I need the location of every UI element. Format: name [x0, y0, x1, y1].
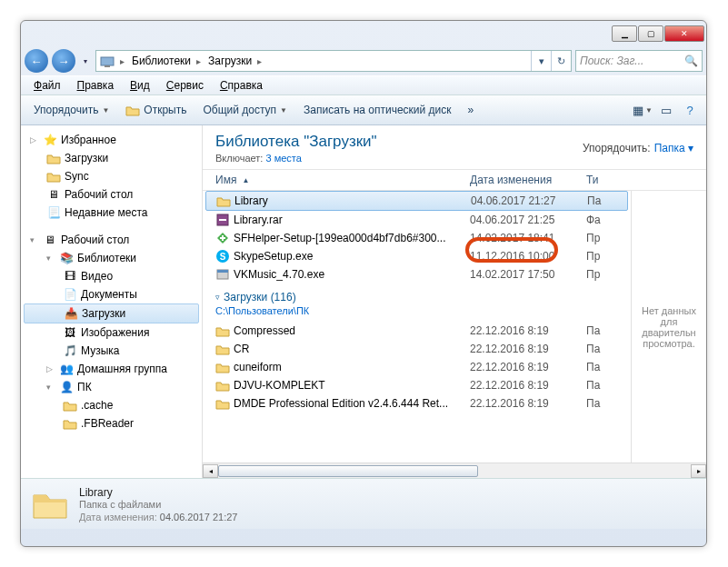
breadcrumb-libraries[interactable]: Библиотеки	[128, 55, 204, 67]
file-date: 22.12.2016 8:19	[470, 397, 586, 410]
help-button[interactable]: ?	[679, 99, 701, 121]
tree-recent[interactable]: 📃Недавние места	[21, 204, 202, 222]
file-row[interactable]: SFHelper-Setup-[199ea000d4bf7db6#300...1…	[203, 229, 631, 247]
desktop-icon: 🖥	[43, 233, 57, 247]
menu-tools[interactable]: Сервис	[159, 77, 211, 94]
desktop-icon: 🖥	[46, 187, 61, 202]
file-date: 14.02.2017 18:41	[470, 232, 586, 244]
file-list: Library04.06.2017 21:27ПаLibrary.rar04.0…	[203, 191, 631, 463]
file-type: Пр	[586, 268, 621, 281]
folder-icon	[30, 486, 70, 522]
file-type: Па	[586, 397, 621, 410]
tree-homegroup[interactable]: ▷👥Домашняя группа	[21, 360, 202, 378]
file-name: DMDE Professional Edition v2.4.6.444 Ret…	[234, 397, 448, 410]
view-mode-button[interactable]: ▦▼	[632, 99, 653, 121]
back-button[interactable]: ←	[25, 49, 48, 73]
details-modified: Дата изменения: 04.06.2017 21:27	[79, 512, 237, 522]
group-header[interactable]: ▿ Загрузки (116)	[203, 284, 631, 305]
tree-favorites[interactable]: ▷⭐Избранное	[21, 131, 202, 149]
open-button[interactable]: Открыть	[118, 100, 194, 120]
tree-videos[interactable]: 🎞Видео	[21, 267, 202, 285]
main-view: Библиотека "Загрузки" Включает: 3 места …	[203, 125, 706, 478]
recent-icon: 📃	[46, 205, 61, 220]
details-name: Library	[79, 486, 237, 499]
minimize-button[interactable]: ▁	[612, 25, 637, 42]
titlebar: ▁ ▢ ✕	[21, 21, 706, 46]
menu-help[interactable]: Справка	[213, 77, 270, 94]
file-row[interactable]: Library.rar04.06.2017 21:25Фа	[203, 211, 631, 229]
close-button[interactable]: ✕	[664, 25, 704, 42]
preview-pane-button[interactable]: ▭	[655, 99, 677, 121]
file-row[interactable]: DMDE Professional Edition v2.4.6.444 Ret…	[203, 394, 631, 413]
breadcrumb-root[interactable]	[96, 55, 128, 67]
menu-edit[interactable]: Правка	[70, 77, 122, 94]
star-icon: ⭐	[43, 133, 57, 147]
tree-downloads-lib[interactable]: 📥Загрузки	[24, 303, 199, 323]
file-type: Пр	[586, 232, 621, 244]
file-row[interactable]: SSkypeSetup.exe11.12.2016 10:00Пр	[203, 247, 631, 265]
search-input[interactable]: Поиск: Заг... 🔍	[575, 50, 703, 72]
horizontal-scrollbar[interactable]: ◂ ▸	[203, 463, 706, 478]
refresh-button[interactable]: ↻	[551, 51, 571, 71]
group-path-link[interactable]: C:\Пользователи\ПК	[215, 305, 309, 316]
menu-file[interactable]: Файл	[26, 77, 68, 94]
organize-button[interactable]: Упорядочить▼	[26, 100, 116, 120]
tree-libraries[interactable]: ▾📚Библиотеки	[21, 249, 202, 267]
tree-cache[interactable]: .cache	[21, 396, 202, 414]
col-date[interactable]: Дата изменения	[470, 174, 586, 186]
tree-pictures[interactable]: 🖼Изображения	[21, 323, 202, 342]
file-row[interactable]: Library04.06.2017 21:27Па	[205, 191, 628, 211]
column-headers: Имя▲ Дата изменения Ти	[203, 170, 706, 191]
address-dropdown[interactable]: ▾	[531, 51, 551, 71]
scroll-thumb[interactable]	[218, 465, 478, 477]
col-name[interactable]: Имя▲	[215, 174, 470, 186]
tree-pc[interactable]: ▾👤ПК	[21, 378, 202, 396]
tree-fbreader[interactable]: .FBReader	[21, 414, 202, 433]
scroll-left-button[interactable]: ◂	[203, 464, 218, 478]
file-name: Library.rar	[234, 214, 283, 226]
file-type: Па	[586, 361, 621, 373]
nav-history-dropdown[interactable]: ▾	[79, 49, 92, 73]
tree-desktop-root[interactable]: ▾🖥Рабочий стол	[21, 231, 202, 249]
file-row[interactable]: VKMusic_4.70.exe14.02.2017 17:50Пр	[203, 265, 631, 284]
breadcrumb-downloads[interactable]: Загрузки	[204, 55, 265, 67]
svg-text:S: S	[220, 252, 226, 262]
preview-pane: Нет данных для дварительн просмотра.	[631, 191, 706, 463]
download-icon: 📥	[64, 306, 78, 321]
search-icon: 🔍	[684, 55, 698, 67]
col-type[interactable]: Ти	[586, 174, 621, 186]
file-icon	[215, 231, 230, 245]
file-date: 11.12.2016 10:00	[470, 250, 586, 263]
file-icon: S	[215, 249, 230, 264]
file-name: SkypeSetup.exe	[234, 250, 313, 263]
tree-music[interactable]: 🎵Музыка	[21, 342, 202, 360]
tree-downloads-fav[interactable]: Загрузки	[21, 149, 202, 167]
share-button[interactable]: Общий доступ▼	[195, 100, 294, 120]
includes-link[interactable]: 3 места	[265, 153, 301, 164]
file-type: Па	[586, 379, 621, 392]
file-date: 04.06.2017 21:25	[470, 214, 586, 226]
maximize-button[interactable]: ▢	[638, 25, 663, 42]
file-row[interactable]: Compressed22.12.2016 8:19Па	[203, 322, 631, 340]
burn-button[interactable]: Записать на оптический диск	[296, 100, 459, 120]
address-bar[interactable]: Библиотеки Загрузки ▾ ↻	[95, 50, 572, 72]
arrange-value[interactable]: Папка ▾	[654, 142, 693, 154]
file-row[interactable]: DJVU-KOMPLEKT22.12.2016 8:19Па	[203, 376, 631, 394]
svg-rect-3	[219, 219, 226, 221]
menu-view[interactable]: Вид	[123, 77, 157, 94]
tree-sync[interactable]: Sync	[21, 167, 202, 185]
file-row[interactable]: CR22.12.2016 8:19Па	[203, 340, 631, 358]
file-row[interactable]: cuneiform22.12.2016 8:19Па	[203, 358, 631, 376]
video-icon: 🎞	[63, 269, 77, 284]
file-icon	[216, 194, 231, 208]
more-button[interactable]: »	[461, 100, 482, 120]
file-date: 14.02.2017 17:50	[470, 268, 586, 281]
file-name: cuneiform	[234, 361, 282, 373]
forward-button[interactable]: →	[52, 49, 75, 73]
tree-desktop-fav[interactable]: 🖥Рабочий стол	[21, 185, 202, 204]
library-includes: Включает: 3 места	[215, 153, 377, 164]
scroll-right-button[interactable]: ▸	[691, 464, 706, 478]
menu-bar: Файл Правка Вид Сервис Справка	[21, 75, 706, 95]
tree-documents[interactable]: 📄Документы	[21, 285, 202, 303]
file-icon	[215, 378, 230, 393]
